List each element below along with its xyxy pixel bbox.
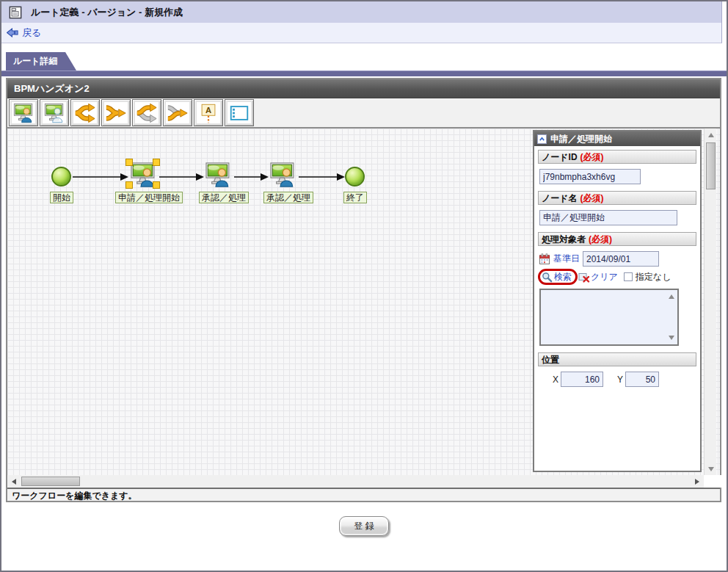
search-label: 検索	[554, 271, 572, 283]
node-label: 承認／処理	[263, 192, 313, 203]
base-date-label: 基準日	[553, 253, 580, 265]
node-name-section-header: ノード名(必須)	[538, 191, 696, 205]
toolbar-swimlane-button[interactable]	[225, 99, 254, 126]
scroll-up-button[interactable]	[705, 128, 717, 141]
calendar-icon[interactable]	[539, 253, 550, 265]
node-label: 申請／処理開始	[115, 192, 183, 203]
start-node-icon	[51, 167, 71, 187]
task-node-icon	[204, 161, 232, 189]
back-button[interactable]: 戻る	[7, 26, 41, 40]
tab-underline-bar	[1, 70, 727, 76]
page-title: ルート定義 - バージョン - 新規作成	[31, 6, 183, 19]
selection-handle-top-right[interactable]	[153, 159, 160, 166]
clear-button[interactable]: クリア	[578, 271, 618, 283]
x-label: X	[553, 374, 558, 385]
back-arrow-icon	[7, 28, 19, 37]
listbox-scroll-up-icon[interactable]	[669, 294, 674, 299]
listbox-scroll-down-icon[interactable]	[669, 336, 674, 340]
y-coordinate-input[interactable]	[625, 372, 659, 387]
node-start[interactable]	[51, 167, 71, 187]
node-properties-panel: 申請／処理開始 ノードID(必須) ノード名(必須) 処理対象者(必須)	[533, 130, 702, 472]
node-label: 終了	[343, 192, 367, 203]
no-target-label: 指定なし	[636, 271, 671, 283]
properties-panel-header: 申請／処理開始	[534, 131, 700, 146]
clear-icon	[578, 271, 590, 283]
collapse-panel-button[interactable]	[537, 134, 547, 144]
chevron-up-icon	[538, 135, 546, 143]
scrollbar-corner	[704, 475, 721, 488]
toolbar-split-branch-button[interactable]	[70, 99, 100, 126]
clear-label: クリア	[591, 271, 618, 283]
workflow-canvas[interactable]: 開始 申請／処理開始 承認／処理 承認／処理	[7, 128, 720, 475]
node-id-label: ノードID	[542, 152, 578, 162]
join-sync-branch-icon	[167, 102, 189, 124]
required-badge: (必須)	[580, 152, 604, 162]
split-branch-icon	[74, 102, 96, 124]
node-end[interactable]	[345, 167, 365, 187]
x-coordinate-input[interactable]	[561, 372, 603, 387]
node-name-input[interactable]	[539, 210, 677, 225]
back-label: 戻る	[22, 26, 41, 40]
canvas-horizontal-scrollbar[interactable]	[7, 475, 720, 488]
route-definition-window: ルート定義 - バージョン - 新規作成 戻る ルート詳細 BPMハンズオン2	[0, 0, 728, 572]
join-branch-icon	[105, 102, 127, 124]
properties-panel-title: 申請／処理開始	[550, 133, 612, 145]
tab-route-detail[interactable]: ルート詳細	[6, 52, 76, 70]
vertical-scroll-thumb[interactable]	[706, 142, 716, 189]
document-icon	[9, 6, 22, 19]
toolbar-annotation-button[interactable]	[194, 99, 223, 126]
selection-handle-bottom-left[interactable]	[125, 181, 133, 189]
canvas-vertical-scrollbar[interactable]	[704, 128, 716, 475]
target-section-header: 処理対象者(必須)	[538, 232, 696, 246]
palette-toolbar	[7, 98, 720, 128]
dynamic-task-node-icon	[43, 102, 65, 124]
back-toolbar: 戻る	[1, 23, 722, 43]
status-bar: ワークフローを編集できます。	[7, 488, 720, 501]
node-task[interactable]	[269, 161, 296, 189]
toolbar-split-sync-branch-button[interactable]	[132, 99, 161, 126]
node-label: 開始	[50, 192, 73, 203]
workflow-title: BPMハンズオン2	[14, 82, 90, 95]
toolbar-task-node-button[interactable]	[9, 99, 38, 126]
scroll-down-button[interactable]	[705, 463, 717, 475]
node-name-label: ノード名	[542, 193, 578, 203]
node-id-section-header: ノードID(必須)	[538, 150, 696, 164]
split-sync-branch-icon	[136, 102, 158, 124]
task-node-icon	[269, 161, 296, 189]
toolbar-join-sync-branch-button[interactable]	[163, 99, 192, 126]
target-label: 処理対象者	[542, 234, 586, 245]
swimlane-icon	[228, 102, 250, 124]
required-badge: (必須)	[589, 234, 612, 245]
horizontal-scroll-thumb[interactable]	[21, 477, 80, 486]
annotation-icon	[197, 102, 219, 124]
node-task-selected[interactable]	[129, 161, 157, 189]
end-node-icon	[345, 167, 365, 187]
position-label: 位置	[542, 355, 559, 365]
workflow-editor-frame: BPMハンズオン2	[6, 78, 721, 502]
y-label: Y	[617, 374, 623, 385]
node-label: 承認／処理	[199, 192, 249, 203]
base-date-input[interactable]	[583, 251, 659, 267]
no-target-checkbox[interactable]	[624, 272, 633, 281]
toolbar-join-branch-button[interactable]	[101, 99, 131, 126]
node-task[interactable]	[204, 161, 232, 189]
search-icon	[542, 272, 553, 283]
position-section-header: 位置	[538, 352, 696, 366]
register-button[interactable]: 登 録	[339, 516, 389, 536]
selection-handle-bottom-right[interactable]	[153, 181, 160, 189]
scroll-left-button[interactable]	[7, 475, 20, 488]
search-button[interactable]: 検索	[542, 271, 572, 283]
task-node-icon	[12, 102, 34, 124]
node-id-input[interactable]	[539, 169, 641, 184]
required-badge: (必須)	[580, 193, 604, 203]
scroll-right-button[interactable]	[691, 475, 703, 488]
tab-route-detail-label: ルート詳細	[13, 55, 58, 68]
toolbar-dynamic-task-node-button[interactable]	[40, 99, 69, 126]
selection-handle-top-left[interactable]	[125, 159, 133, 166]
target-listbox[interactable]	[539, 289, 679, 346]
search-highlight-annotation: 検索	[538, 269, 578, 285]
workflow-title-bar: BPMハンズオン2	[7, 79, 720, 98]
window-titlebar: ルート定義 - バージョン - 新規作成	[1, 1, 722, 23]
